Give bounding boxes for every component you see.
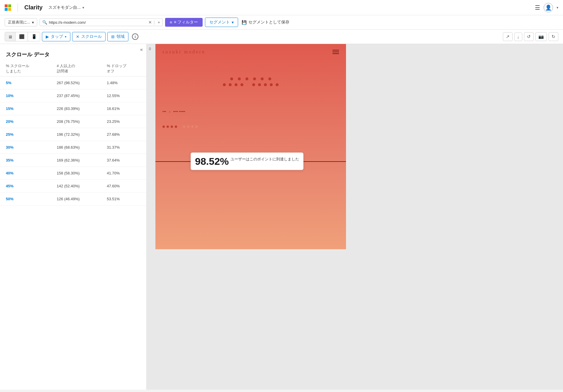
tablet-device-button[interactable]: ⬛: [16, 32, 28, 41]
scroll-percent-cell: 50%: [0, 193, 51, 206]
search-icon: 🔍: [42, 20, 47, 25]
preview-dot: [240, 83, 243, 86]
area-button[interactable]: ⊞ 領域: [107, 32, 128, 41]
filter-button-label: ≡ フィルター: [174, 20, 198, 25]
website-preview: suzuki modern: [155, 44, 346, 249]
filter-button[interactable]: ≡ ≡ フィルター: [165, 18, 203, 27]
footer-dot: [195, 125, 198, 128]
preview-dot: [264, 83, 267, 86]
filter-toolbar: 正規表現に... ▾ 🔍 ✕ | + ≡ ≡ フィルター セグメント ▾ 💾 セ…: [0, 15, 563, 30]
segment-chevron-icon: ▾: [232, 20, 234, 25]
scroll-percent-cell: 15%: [0, 102, 51, 115]
tap-chevron-icon: ▾: [65, 35, 67, 39]
preview-dot: [229, 83, 232, 86]
scroll-button[interactable]: ✕ スクロール: [72, 32, 106, 41]
camera-button[interactable]: 📷: [535, 32, 547, 41]
collapse-panel-button[interactable]: «: [140, 47, 143, 52]
footer-dot: [175, 125, 177, 128]
user-chevron-icon[interactable]: ▾: [557, 6, 558, 10]
preview-dot: [235, 83, 238, 86]
regex-filter-dropdown[interactable]: 正規表現に... ▾: [5, 18, 37, 26]
table-row[interactable]: 25% 196 (72.32%) 27.68%: [0, 128, 146, 141]
scroll-percent-cell: 45%: [0, 180, 51, 193]
tooltip-percent: 98.52%: [195, 156, 229, 166]
preview-dots-text: •••: [162, 110, 166, 114]
visitors-cell: 142 (52.40%): [51, 180, 101, 193]
table-row[interactable]: 10% 237 (87.45%) 12.55%: [0, 89, 146, 102]
download-button[interactable]: ↓: [514, 33, 523, 41]
url-clear-icon[interactable]: ✕: [148, 20, 152, 25]
save-segment-button[interactable]: 💾 セグメントとして保存: [242, 20, 289, 25]
view-toolbar: 🖥 ⬛ 📱 ▶ タップ ▾ ✕ スクロール ⊞ 領域 i ↗ ↓ ↺ 📷 ↻: [0, 30, 563, 44]
project-chevron-icon: ▾: [82, 6, 84, 10]
website-preview-panel[interactable]: 0 suzuki modern: [147, 44, 563, 390]
nav-right: ☰ 👤 ▾: [535, 3, 558, 12]
preview-dot: [253, 77, 256, 80]
nav-divider: [18, 4, 18, 12]
scroll-data-panel: « スクロール データ % スクロールしました # 人以上の訪問者 % ドロップ…: [0, 44, 147, 390]
scroll-percent-cell: 30%: [0, 141, 51, 154]
refresh-button[interactable]: ↺: [524, 32, 534, 41]
preview-dot: [238, 77, 241, 80]
preview-dots-row2: [155, 83, 346, 86]
visitors-cell: 169 (62.36%): [51, 154, 101, 167]
scroll-percent-cell: 35%: [0, 154, 51, 167]
scroll-tooltip: 98.52% ユーザーはこのポイントに到達しました: [191, 152, 303, 170]
preview-more-dots: •••• •••••: [173, 110, 185, 114]
visitors-cell: 158 (58.30%): [51, 167, 101, 180]
url-plus-icon[interactable]: +: [158, 20, 160, 25]
scroll-percent-cell: 40%: [0, 167, 51, 180]
table-row[interactable]: 50% 126 (46.49%) 53.51%: [0, 193, 146, 206]
dropoff-cell: 47.60%: [101, 180, 146, 193]
url-input[interactable]: [49, 20, 147, 25]
share-button[interactable]: ↗: [503, 32, 513, 41]
hamburger-menu-icon[interactable]: ☰: [535, 4, 540, 11]
dropoff-cell: 12.55%: [101, 89, 146, 102]
visitors-cell: 196 (72.32%): [51, 128, 101, 141]
dropoff-cell: 23.25%: [101, 115, 146, 128]
project-name: スズキモダン自...: [48, 5, 81, 10]
table-row[interactable]: 30% 186 (68.63%) 31.37%: [0, 141, 146, 154]
scroll-percent-cell: 20%: [0, 115, 51, 128]
preview-dots-row1: [155, 77, 346, 80]
footer-dot: [191, 125, 194, 128]
footer-dot: [167, 125, 169, 128]
preview-dot: [223, 83, 226, 86]
table-row[interactable]: 40% 158 (58.30%) 41.70%: [0, 167, 146, 180]
preview-dot: [252, 83, 255, 86]
microsoft-grid-icon: [5, 4, 11, 11]
scroll-percent-cell: 10%: [0, 89, 51, 102]
table-row[interactable]: 15% 226 (83.39%) 16.61%: [0, 102, 146, 115]
main-content: « スクロール データ % スクロールしました # 人以上の訪問者 % ドロップ…: [0, 44, 563, 390]
tap-label: タップ: [51, 34, 63, 39]
tap-button[interactable]: ▶ タップ ▾: [42, 32, 70, 41]
app-title: Clarity: [24, 4, 43, 11]
area-grid-icon: ⊞: [111, 34, 115, 39]
area-label: 領域: [116, 34, 125, 39]
mobile-device-button[interactable]: 📱: [28, 32, 40, 41]
visitors-cell: 186 (68.63%): [51, 141, 101, 154]
dropoff-cell: 37.64%: [101, 154, 146, 167]
preview-logo: suzuki modern: [162, 49, 206, 55]
dropoff-cell: 1.48%: [101, 77, 146, 89]
visitors-cell: 267 (98.52%): [51, 77, 101, 89]
refresh2-button[interactable]: ↻: [549, 32, 558, 41]
preview-container: suzuki modern: [155, 44, 563, 249]
url-bar: 🔍 ✕ | +: [40, 18, 163, 26]
dropoff-cell: 31.37%: [101, 141, 146, 154]
project-selector[interactable]: スズキモダン自... ▾: [48, 5, 84, 10]
table-row[interactable]: 45% 142 (52.40%) 47.60%: [0, 180, 146, 193]
preview-hamburger-icon: [333, 50, 339, 54]
user-avatar[interactable]: 👤: [544, 3, 553, 12]
table-row[interactable]: 35% 169 (62.36%) 37.64%: [0, 154, 146, 167]
table-row[interactable]: 5% 267 (98.52%) 1.48%: [0, 77, 146, 89]
scroll-label: スクロール: [81, 34, 102, 39]
footer-dot: [171, 125, 173, 128]
desktop-device-button[interactable]: 🖥: [5, 32, 16, 41]
table-row[interactable]: 20% 208 (76.75%) 23.25%: [0, 115, 146, 128]
info-icon[interactable]: i: [132, 33, 138, 40]
filter-icon: ≡: [170, 20, 172, 25]
preview-dot: [230, 77, 233, 80]
segment-button[interactable]: セグメント ▾: [205, 18, 238, 27]
dropdown-chevron-icon: ▾: [32, 20, 34, 25]
